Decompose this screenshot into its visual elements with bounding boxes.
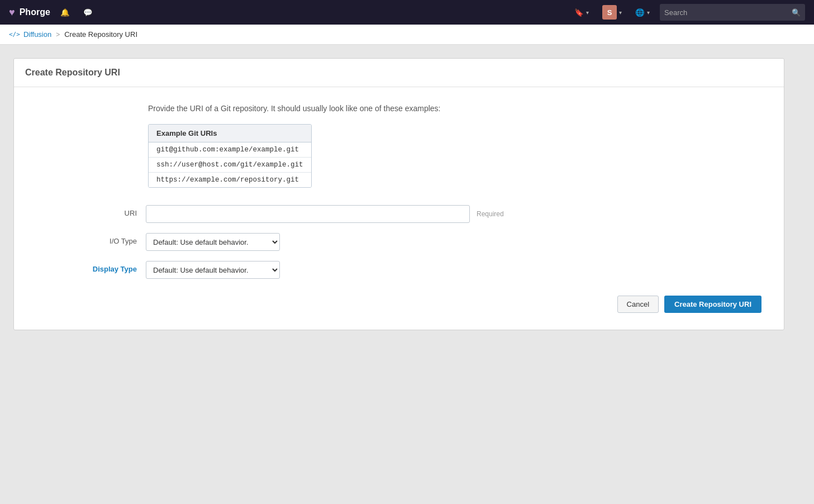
examples-title: Example Git URIs (149, 125, 311, 142)
io-type-control: Default: Use default behavior. Read/Writ… (146, 233, 761, 251)
search-input[interactable] (664, 8, 788, 17)
uri-label: URI (36, 205, 137, 217)
uri-row: URI Required (36, 205, 761, 223)
diffusion-icon: </> (9, 31, 20, 38)
submit-button[interactable]: Create Repository URI (664, 296, 761, 313)
app-name: Phorge (20, 7, 50, 17)
heart-icon: ♥ (9, 7, 15, 18)
example-item-2: ssh://user@host.com/git/example.git (149, 158, 311, 173)
display-type-select[interactable]: Default: Use default behavior. Always Hi… (146, 261, 280, 279)
chevron-down-icon: ▾ (586, 9, 589, 16)
page-title: Create Repository URI (25, 68, 773, 78)
search-icon: 🔍 (792, 8, 801, 17)
globe-icon: 🌐 (635, 8, 645, 17)
breadcrumb: </> Diffusion > Create Repository URI (0, 25, 814, 45)
diffusion-link[interactable]: </> Diffusion (9, 30, 51, 39)
display-type-control: Default: Use default behavior. Always Hi… (146, 261, 761, 279)
display-type-label: Display Type (36, 261, 137, 273)
uri-input[interactable] (146, 205, 470, 223)
language-button[interactable]: 🌐 ▾ (632, 6, 653, 19)
diffusion-label: Diffusion (23, 30, 51, 39)
io-type-row: I/O Type Default: Use default behavior. … (36, 233, 761, 251)
display-type-row: Display Type Default: Use default behavi… (36, 261, 761, 279)
form-actions: Cancel Create Repository URI (36, 296, 761, 313)
uri-required: Required (477, 210, 504, 218)
breadcrumb-current: Create Repository URI (64, 30, 137, 39)
navbar: ♥ Phorge 🔔 💬 🔖 ▾ S ▾ 🌐 ▾ 🔍 (0, 0, 814, 25)
example-item-1: git@github.com:example/example.git (149, 142, 311, 158)
bookmark-icon: 🔖 (574, 8, 584, 17)
examples-box: Example Git URIs git@github.com:example/… (148, 124, 312, 188)
chevron-down-icon: ▾ (619, 9, 622, 16)
card-body: Provide the URI of a Git repository. It … (14, 87, 784, 330)
main-content: Create Repository URI Provide the URI of… (0, 45, 814, 344)
cancel-button[interactable]: Cancel (617, 296, 659, 313)
chevron-down-icon: ▾ (647, 9, 650, 16)
app-logo[interactable]: ♥ Phorge (9, 7, 50, 18)
notifications-button[interactable]: 🔔 (57, 6, 73, 19)
user-menu-button[interactable]: S ▾ (599, 3, 625, 22)
form-card: Create Repository URI Provide the URI of… (13, 58, 784, 330)
breadcrumb-separator: > (56, 31, 60, 39)
avatar: S (602, 5, 617, 20)
io-type-select[interactable]: Default: Use default behavior. Read/Writ… (146, 233, 280, 251)
example-item-3: https://example.com/repository.git (149, 173, 311, 187)
chat-icon: 💬 (83, 8, 93, 17)
bookmarks-button[interactable]: 🔖 ▾ (571, 6, 592, 19)
io-type-label: I/O Type (36, 233, 137, 245)
bell-icon: 🔔 (60, 8, 70, 17)
form-description: Provide the URI of a Git repository. It … (148, 104, 761, 113)
card-header: Create Repository URI (14, 59, 784, 87)
search-bar[interactable]: 🔍 (660, 4, 805, 21)
messages-button[interactable]: 💬 (80, 6, 96, 19)
uri-control: Required (146, 205, 761, 223)
